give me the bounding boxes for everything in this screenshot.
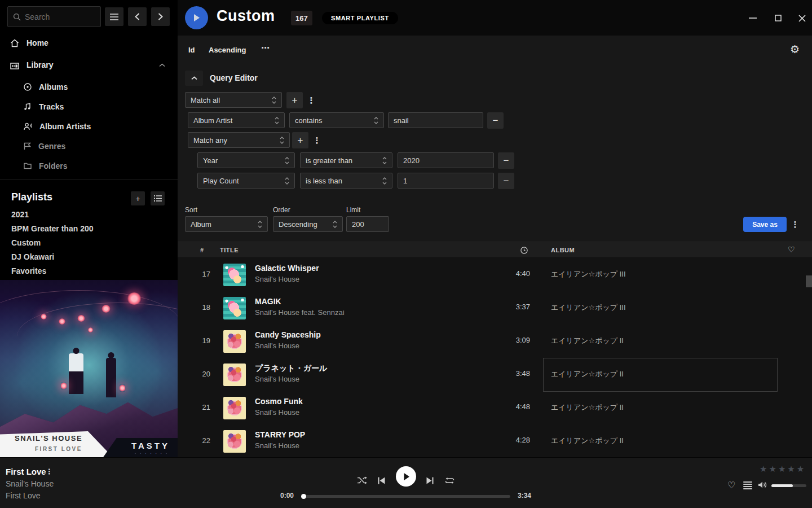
- sidebar-item-folders[interactable]: Folders: [0, 159, 178, 173]
- hand-lantern: [61, 382, 67, 389]
- menu-button[interactable]: [105, 7, 123, 26]
- select-value: Year: [203, 156, 218, 165]
- sidebar-item-album-artists[interactable]: Album Artists: [0, 120, 178, 133]
- rule-operator-select[interactable]: is less than: [300, 173, 392, 189]
- previous-track-button[interactable]: [378, 477, 385, 484]
- playlist-item[interactable]: DJ Okawari: [11, 252, 164, 265]
- favorite-heart-icon[interactable]: ♡: [727, 480, 735, 491]
- playlist-item[interactable]: BPM Greater than 200: [11, 224, 164, 237]
- minus-icon: −: [504, 155, 509, 167]
- save-menu-button[interactable]: ⋮: [791, 216, 799, 233]
- now-playing-cover-art: SNAIL'S HOUSE FIRST LOVE TASTY ▪ ▪ ▪ ▪ ▪…: [0, 280, 178, 457]
- match-mode-select[interactable]: Match any: [188, 132, 290, 148]
- group-menu-button[interactable]: ⋮: [313, 132, 321, 148]
- query-editor-collapse-button[interactable]: [185, 71, 203, 86]
- remove-rule-button[interactable]: −: [498, 173, 514, 189]
- now-playing-menu-button[interactable]: ⋮: [46, 467, 53, 476]
- limit-input[interactable]: [346, 216, 389, 232]
- group-menu-button[interactable]: ⋮: [307, 92, 315, 108]
- rule-field-select[interactable]: Album Artist: [188, 112, 285, 128]
- now-playing-title: First Love: [6, 467, 46, 476]
- seek-bar[interactable]: [302, 495, 510, 498]
- remove-rule-button[interactable]: −: [487, 112, 504, 129]
- column-number[interactable]: #: [200, 247, 204, 253]
- rule-value-input[interactable]: [398, 152, 494, 168]
- track-row[interactable]: 22 STARRY POP Snail's House 4:28 エイリアン☆ポ…: [178, 424, 812, 458]
- rule-field-select[interactable]: Year: [197, 152, 295, 168]
- sidebar-item-tracks[interactable]: Tracks: [0, 100, 178, 113]
- play-icon: [193, 14, 200, 22]
- select-value: is greater than: [306, 156, 352, 165]
- nav-forward-button[interactable]: [151, 7, 170, 26]
- add-rule-button[interactable]: +: [292, 132, 308, 148]
- sidebar-item-genres[interactable]: Genres: [0, 139, 178, 153]
- track-row[interactable]: 19 Candy Spaceship Snail's House 3:09 エイ…: [178, 325, 812, 358]
- hamburger-icon: [110, 14, 118, 20]
- select-chevrons-icon: [285, 157, 289, 164]
- column-album[interactable]: ALBUM: [551, 247, 575, 253]
- play-pause-button[interactable]: [396, 466, 416, 487]
- save-as-button[interactable]: Save as: [743, 217, 787, 232]
- rule-operator-select[interactable]: is greater than: [300, 152, 392, 168]
- shuffle-button[interactable]: [357, 476, 367, 484]
- nav-back-button[interactable]: [128, 7, 147, 26]
- app-window: Home Library Albums Tracks: [0, 0, 812, 508]
- add-playlist-button[interactable]: +: [131, 191, 145, 205]
- track-row[interactable]: 17 Galactic Whisper Snail's House 4:40 エ…: [178, 258, 812, 291]
- track-row[interactable]: 18 MAGIK Snail's House feat. Sennzai 3:3…: [178, 291, 812, 325]
- volume-slider[interactable]: [771, 484, 806, 487]
- playlist-list-button[interactable]: [151, 191, 165, 205]
- sidebar-item-label: Album Artists: [39, 122, 91, 131]
- match-mode-select[interactable]: Match all: [185, 92, 282, 108]
- duration-clock-icon[interactable]: [520, 247, 528, 254]
- rating-stars[interactable]: ★★★★★: [760, 464, 806, 474]
- sidebar-item-albums[interactable]: Albums: [0, 80, 178, 94]
- select-chevrons-icon: [280, 137, 284, 144]
- sort-select[interactable]: Album: [185, 216, 268, 232]
- track-number: 22: [187, 436, 210, 445]
- search-icon: [13, 13, 21, 21]
- search-input[interactable]: [25, 12, 87, 21]
- sidebar-item-library[interactable]: Library: [0, 58, 178, 72]
- add-rule-button[interactable]: +: [286, 92, 303, 108]
- repeat-button[interactable]: [445, 477, 454, 484]
- track-row[interactable]: 21 Cosmo Funk Snail's House 4:48 エイリアン☆ポ…: [178, 391, 812, 424]
- window-close-button[interactable]: [796, 12, 808, 24]
- favorite-heart-icon[interactable]: ♡: [788, 245, 795, 254]
- sidebar-divider: [0, 179, 178, 180]
- order-select[interactable]: Descending: [273, 216, 343, 232]
- window-maximize-button[interactable]: [772, 12, 784, 24]
- more-options-button[interactable]: ⋯: [261, 43, 270, 53]
- rule-field-select[interactable]: Play Count: [197, 173, 295, 189]
- track-duration: 4:48: [491, 402, 530, 411]
- search-box[interactable]: [7, 6, 101, 27]
- playlist-item[interactable]: 2021: [11, 210, 164, 222]
- rule-value-input[interactable]: [388, 112, 483, 128]
- collapse-chevron-up-icon[interactable]: [159, 63, 165, 67]
- track-number: 17: [187, 270, 210, 278]
- rule-value-input[interactable]: [398, 173, 494, 189]
- track-album: エイリアン☆ポップ II: [551, 436, 624, 446]
- cover-artist-text: SNAIL'S HOUSE: [15, 434, 82, 443]
- window-minimize-button[interactable]: [747, 12, 759, 24]
- column-title[interactable]: TITLE: [220, 247, 239, 253]
- play-icon: [403, 472, 410, 481]
- sidebar-item-home[interactable]: Home: [0, 36, 178, 50]
- flag-icon: [24, 142, 31, 150]
- scrollbar-thumb[interactable]: [806, 275, 812, 287]
- gear-icon[interactable]: ⚙: [790, 43, 800, 56]
- playlist-item[interactable]: Custom: [11, 238, 164, 251]
- rule-operator-select[interactable]: contains: [289, 112, 384, 128]
- track-count-badge: 167: [291, 11, 312, 25]
- track-table-header: # TITLE ALBUM ♡: [178, 242, 812, 258]
- play-playlist-button[interactable]: [185, 6, 208, 29]
- sort-direction-control[interactable]: Ascending: [209, 46, 246, 54]
- track-album: エイリアン☆ポップ III: [551, 303, 626, 313]
- queue-icon[interactable]: [743, 481, 752, 491]
- remove-rule-button[interactable]: −: [498, 152, 514, 169]
- playlist-item[interactable]: Favorites: [11, 266, 164, 279]
- volume-icon[interactable]: [758, 481, 768, 489]
- sort-field-control[interactable]: Id: [188, 46, 195, 54]
- seek-handle[interactable]: [301, 494, 306, 499]
- next-track-button[interactable]: [426, 477, 434, 484]
